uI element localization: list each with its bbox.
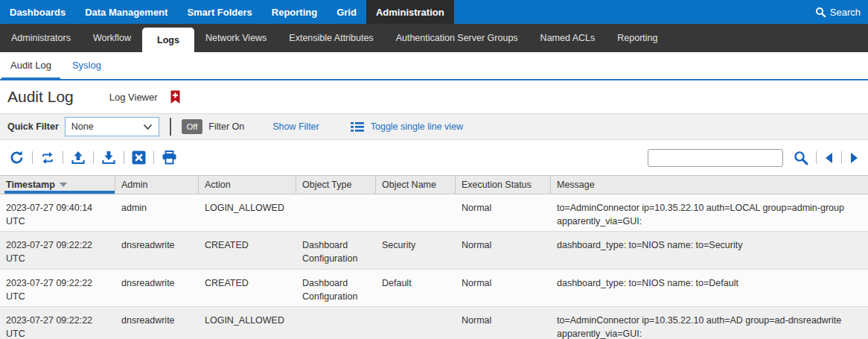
cell-admin: admin bbox=[115, 194, 199, 231]
right-triangle-icon bbox=[851, 153, 858, 163]
cell-message: to=AdminConnector ip=10.35.22.10 auth=LO… bbox=[551, 194, 868, 231]
column-header-admin[interactable]: Admin bbox=[115, 176, 199, 194]
toolbar-separator bbox=[841, 151, 842, 164]
toggle-single-line-view-label: Toggle single line view bbox=[371, 121, 463, 132]
upload-icon bbox=[71, 151, 86, 165]
topnav-item[interactable]: Administration bbox=[366, 0, 454, 24]
quick-filter-bar: Quick Filter None Off Filter On Show Fil… bbox=[0, 113, 868, 140]
refresh-icon bbox=[9, 150, 25, 165]
left-triangle-icon bbox=[826, 153, 832, 163]
log-view-tabs: Audit Log Syslog bbox=[0, 52, 868, 80]
page-subtitle: Log Viewer bbox=[109, 92, 158, 103]
cell-object-type bbox=[296, 194, 376, 231]
global-search-button[interactable]: Search bbox=[815, 0, 861, 24]
column-label: Message bbox=[557, 180, 595, 190]
cell-message: dashboard_type: to=NIOS name: to=Default bbox=[551, 270, 868, 306]
refresh-button[interactable] bbox=[6, 150, 28, 165]
topnav-item[interactable]: Grid bbox=[327, 0, 366, 24]
cell-object-type: Dashboard Configuration bbox=[296, 270, 376, 306]
column-header-message[interactable]: Message bbox=[551, 176, 868, 194]
bookmark-add-icon[interactable] bbox=[170, 90, 181, 104]
prev-page-button[interactable] bbox=[821, 153, 837, 163]
toggle-single-line-view-link[interactable]: Toggle single line view bbox=[351, 121, 463, 133]
show-filter-link[interactable]: Show Filter bbox=[272, 121, 319, 132]
topnav-item[interactable]: Data Management bbox=[75, 0, 177, 24]
subnav-item[interactable]: Workflow bbox=[82, 24, 142, 52]
subnav-item[interactable]: Reporting bbox=[606, 24, 668, 52]
table-row[interactable]: 2023-07-27 09:22:22 UTC dnsreadwrite LOG… bbox=[0, 306, 868, 339]
topnav-items: Dashboards Data Management Smart Folders… bbox=[0, 0, 454, 24]
global-search-label: Search bbox=[830, 7, 861, 18]
sort-desc-icon bbox=[60, 183, 67, 187]
quick-filter-select[interactable]: None bbox=[65, 117, 159, 136]
export-button[interactable] bbox=[129, 151, 149, 165]
toolbar-separator bbox=[63, 151, 63, 164]
cell-admin: dnsreadwrite bbox=[115, 232, 199, 268]
table-header: Timestamp Admin Action Object Type Objec… bbox=[0, 175, 868, 194]
download-icon bbox=[101, 151, 116, 165]
column-label: Action bbox=[205, 180, 231, 190]
column-label: Admin bbox=[121, 180, 147, 190]
cell-action: LOGIN_ALLOWED bbox=[199, 194, 296, 231]
quick-filter-value: None bbox=[71, 121, 94, 132]
grid-toolbar bbox=[0, 140, 868, 175]
cell-message: to=AdminConnector ip=10.35.22.10 auth=AD… bbox=[551, 307, 868, 339]
download-button[interactable] bbox=[98, 151, 119, 165]
search-icon bbox=[815, 7, 826, 18]
table-row[interactable]: 2023-07-27 09:22:22 UTC dnsreadwrite CRE… bbox=[0, 269, 868, 306]
view-tab[interactable]: Audit Log bbox=[0, 60, 62, 79]
toolbar-right bbox=[648, 149, 862, 167]
cell-execution-status: Normal bbox=[456, 232, 551, 268]
column-label: Object Name bbox=[382, 180, 436, 190]
topnav-item[interactable]: Smart Folders bbox=[177, 0, 261, 24]
cell-action: CREATED bbox=[199, 232, 296, 268]
subnav-item[interactable]: Administrators bbox=[0, 24, 82, 52]
toolbar-separator bbox=[32, 151, 33, 164]
list-icon bbox=[351, 121, 364, 133]
filter-off-button[interactable]: Off bbox=[182, 119, 202, 134]
subnav-item[interactable]: Network Views bbox=[194, 24, 278, 52]
cell-object-type bbox=[296, 307, 376, 339]
column-header-action[interactable]: Action bbox=[199, 176, 296, 194]
table-search-button[interactable] bbox=[791, 151, 811, 165]
title-row: Audit Log Log Viewer bbox=[0, 80, 868, 113]
cell-object-name: Default bbox=[376, 270, 456, 306]
table-row[interactable]: 2023-07-27 09:22:22 UTC dnsreadwrite CRE… bbox=[0, 231, 868, 268]
topnav-item[interactable]: Reporting bbox=[262, 0, 327, 24]
subnav-item[interactable]: Extensible Attributes bbox=[278, 24, 384, 52]
topnav-item[interactable]: Dashboards bbox=[0, 0, 75, 24]
subnav-item[interactable]: Named ACLs bbox=[529, 24, 607, 52]
export-icon bbox=[132, 151, 146, 165]
table-row[interactable]: 2023-07-27 09:40:14 UTC admin LOGIN_ALLO… bbox=[0, 194, 868, 231]
chevron-down-icon bbox=[143, 124, 153, 130]
toolbar-separator bbox=[153, 151, 154, 164]
subnav-item[interactable]: Authentication Server Groups bbox=[385, 24, 529, 52]
repeat-icon bbox=[40, 151, 55, 165]
cell-action: CREATED bbox=[199, 270, 296, 306]
print-icon bbox=[162, 151, 177, 165]
cell-admin: dnsreadwrite bbox=[115, 307, 199, 339]
search-icon bbox=[794, 151, 808, 165]
cell-timestamp: 2023-07-27 09:40:14 UTC bbox=[0, 194, 115, 231]
sorted-column-indicator bbox=[4, 191, 115, 194]
print-button[interactable] bbox=[159, 151, 180, 165]
repeat-button[interactable] bbox=[37, 151, 58, 165]
next-page-button[interactable] bbox=[846, 153, 862, 163]
column-header-execution-status[interactable]: Execution Status bbox=[456, 176, 551, 194]
admin-sub-nav: Administrators Workflow Logs Network Vie… bbox=[0, 24, 868, 52]
cell-timestamp: 2023-07-27 09:22:22 UTC bbox=[0, 270, 115, 306]
column-label: Timestamp bbox=[6, 180, 55, 190]
quick-filter-label: Quick Filter bbox=[7, 121, 59, 132]
cell-action: LOGIN_ALLOWED bbox=[199, 307, 296, 339]
view-tab[interactable]: Syslog bbox=[62, 60, 112, 79]
subnav-item[interactable]: Logs bbox=[142, 28, 194, 52]
cell-object-name bbox=[376, 307, 456, 339]
toolbar-separator bbox=[124, 151, 124, 164]
column-header-object-type[interactable]: Object Type bbox=[296, 176, 376, 194]
table-search-input[interactable] bbox=[648, 149, 783, 167]
cell-execution-status: Normal bbox=[456, 194, 551, 231]
column-header-timestamp[interactable]: Timestamp bbox=[0, 176, 115, 194]
table-body: 2023-07-27 09:40:14 UTC admin LOGIN_ALLO… bbox=[0, 194, 868, 339]
column-header-object-name[interactable]: Object Name bbox=[376, 176, 456, 194]
upload-button[interactable] bbox=[68, 151, 89, 165]
